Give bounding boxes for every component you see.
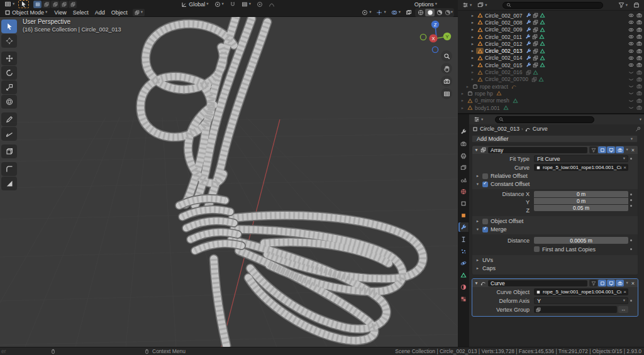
constant-offset-checkbox[interactable]	[482, 182, 488, 187]
expand-icon[interactable]: ▸	[460, 106, 465, 111]
tool-transform[interactable]	[1, 95, 17, 109]
tool-corner-arc[interactable]	[1, 162, 17, 176]
expand-icon[interactable]: ▸	[470, 27, 475, 32]
tab-physics[interactable]	[458, 258, 469, 268]
outliner-row[interactable]: ▸rope hp	[458, 90, 644, 97]
pan-button[interactable]	[441, 63, 452, 74]
outliner-row[interactable]: ▸Circle_002_009	[458, 26, 644, 33]
outliner-row[interactable]: ▸Circle_002_014	[458, 55, 644, 62]
tab-output[interactable]	[458, 151, 469, 160]
falloff-dropdown[interactable]	[267, 1, 277, 8]
camera-visibility-icon[interactable]	[636, 105, 642, 111]
snap-settings-dropdown[interactable]: ▾	[240, 1, 253, 8]
tab-collection[interactable]	[458, 199, 469, 208]
pin-icon[interactable]	[635, 126, 641, 132]
breadcrumb-object[interactable]: Circle_002_013	[480, 126, 519, 132]
tab-object[interactable]	[458, 210, 469, 220]
expand-icon[interactable]: ▸	[465, 84, 470, 89]
viewport-3d[interactable]: ▾ Global ▾ ▾	[0, 0, 458, 347]
snap-toggle[interactable]	[228, 1, 238, 8]
outliner-row[interactable]: ▸Circle_002_007	[458, 12, 644, 19]
tab-tool[interactable]	[458, 127, 469, 136]
shading-wireframe-button[interactable]	[416, 9, 425, 16]
menu-select[interactable]: Select	[70, 9, 92, 16]
camera-visibility-icon[interactable]	[636, 41, 642, 46]
editmode-toggle[interactable]	[598, 280, 606, 287]
outliner-display-mode-dropdown[interactable]: ▾	[460, 1, 474, 9]
object-name[interactable]: body1.001	[475, 105, 500, 111]
tool-annotate[interactable]	[1, 112, 17, 126]
modifier-extras-chevron[interactable]: ▾	[626, 148, 628, 152]
camera-visibility-icon[interactable]	[636, 34, 642, 40]
shading-solid-button[interactable]	[425, 9, 435, 16]
object-name[interactable]: 0_mirror mesh	[475, 97, 509, 104]
eye-closed-icon[interactable]	[628, 70, 634, 75]
mode-selector[interactable]: Object Mode ▾	[3, 9, 49, 16]
editor-type-selector[interactable]: ▾	[3, 1, 16, 8]
tab-material[interactable]	[458, 282, 469, 292]
outliner-funnel-dropdown[interactable]: ▾	[616, 1, 630, 9]
tool-scale[interactable]	[1, 80, 17, 94]
editmode-toggle[interactable]	[598, 146, 606, 153]
object-name[interactable]: Circle_002_00700	[485, 76, 528, 82]
axis-neg-y[interactable]	[420, 34, 426, 40]
expand-icon[interactable]: ▸	[470, 55, 475, 60]
outliner-filter-dropdown[interactable]: ▾	[475, 1, 489, 9]
xray-toggle[interactable]	[404, 9, 414, 16]
distance-y-field[interactable]: 0 m	[534, 198, 628, 204]
constant-offset-row[interactable]: ▾ Constant Offset	[472, 180, 638, 188]
fit-type-dropdown[interactable]: Fit Curve▾	[534, 155, 628, 162]
object-name[interactable]: Circle_002_008	[485, 19, 523, 26]
camera-visibility-icon[interactable]	[636, 27, 642, 33]
outliner-row[interactable]: ▸rope extract	[458, 83, 644, 90]
outliner-row[interactable]: ▸Circle_002_016	[458, 68, 644, 75]
eye-icon[interactable]	[628, 34, 634, 40]
camera-visibility-icon[interactable]	[636, 84, 642, 89]
pivot-point-dropdown[interactable]: ▾	[213, 1, 226, 8]
render-toggle[interactable]	[616, 280, 624, 287]
distance-x-field[interactable]: 0 m	[534, 191, 628, 197]
options-dropdown[interactable]: Options ▾	[413, 1, 439, 8]
eye-closed-icon[interactable]	[628, 84, 634, 89]
object-types-visibility-dropdown[interactable]: ▾	[360, 9, 373, 16]
distance-z-field[interactable]: 0.05 m	[534, 205, 628, 211]
vertex-group-field[interactable]	[534, 306, 617, 313]
menu-view[interactable]: View	[51, 9, 69, 16]
zoom-button[interactable]	[441, 50, 452, 62]
tool-measure[interactable]	[1, 127, 17, 141]
expand-icon[interactable]: ▸	[470, 20, 475, 25]
select-invert-button[interactable]	[60, 1, 68, 8]
object-name[interactable]: Circle_002_007	[485, 13, 523, 19]
eye-closed-icon[interactable]	[628, 90, 634, 96]
eye-closed-icon[interactable]	[628, 105, 634, 111]
object-name[interactable]: Circle_002_011	[485, 34, 522, 40]
menu-add[interactable]: Add	[92, 9, 108, 16]
select-intersect-button[interactable]	[69, 1, 77, 8]
modifier-close-button[interactable]: ×	[630, 147, 636, 153]
rope-object[interactable]	[141, 17, 423, 346]
eye-icon[interactable]	[628, 48, 634, 54]
axis-neg-z[interactable]	[432, 46, 438, 52]
expand-icon[interactable]: ▸	[470, 70, 475, 75]
transform-orientation-dropdown[interactable]: Global ▾	[179, 1, 210, 8]
cage-toggle[interactable]	[589, 146, 597, 153]
select-subtract-button[interactable]	[51, 1, 59, 8]
realtime-toggle[interactable]	[607, 280, 615, 287]
merge-row[interactable]: ▾ Merge	[472, 226, 638, 233]
collapse-icon[interactable]: ▼	[474, 281, 479, 285]
camera-view-button[interactable]	[441, 75, 452, 87]
camera-visibility-icon[interactable]	[636, 98, 642, 104]
realtime-toggle[interactable]	[607, 146, 615, 153]
object-offset-row[interactable]: ▸ Object Offset	[472, 217, 638, 225]
outliner-row[interactable]: ▸body1.001	[458, 104, 644, 111]
eye-icon[interactable]	[628, 62, 634, 68]
shading-material-button[interactable]	[435, 9, 444, 16]
uvs-subpanel[interactable]: ▸UVs	[472, 256, 638, 264]
array-curve-object-field[interactable]: rope_5_low:001_rope1:004.001_Curve... ×	[534, 164, 628, 171]
camera-visibility-icon[interactable]	[636, 19, 642, 25]
camera-visibility-icon[interactable]	[636, 48, 642, 54]
outliner-row[interactable]: ▸Circle_002_00700	[458, 76, 644, 83]
array-modifier-header[interactable]: ▼ Array ▾ ×	[472, 146, 638, 154]
relative-offset-row[interactable]: ▸ Relative Offset	[472, 172, 638, 180]
camera-visibility-icon[interactable]	[636, 70, 642, 75]
